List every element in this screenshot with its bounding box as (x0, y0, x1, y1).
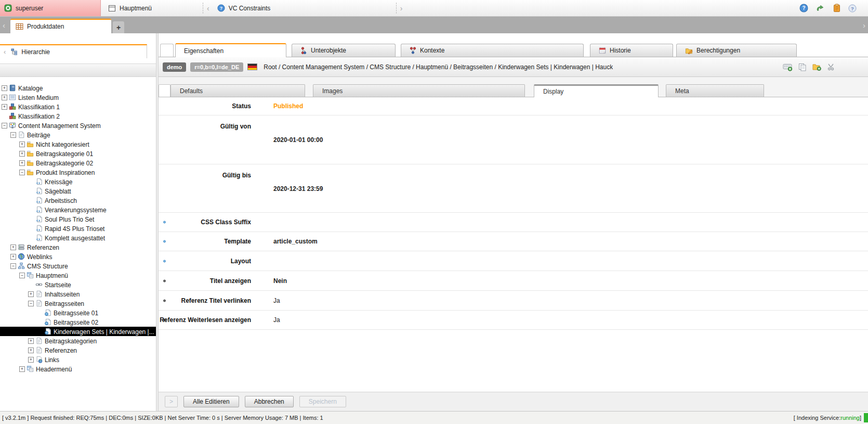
button-speichern: Speichern (299, 396, 346, 407)
tree-item-rapid-4s-plus-trioset[interactable]: Rapid 4S Plus Trioset (0, 224, 156, 233)
reload-icon[interactable] (816, 4, 825, 12)
button-expand-toolbar: > (165, 396, 178, 407)
tree-item-kataloge[interactable]: +Kataloge (0, 83, 156, 93)
tree-item-nicht-kategoriesiert[interactable]: +Nicht kategoriesiert (0, 139, 156, 149)
svg-text:?: ? (851, 5, 854, 11)
help-panel-title: ? VC Constraints (213, 0, 396, 16)
tree-expander-minus-icon[interactable]: − (19, 170, 25, 175)
tree-item-beitragskategorie-01[interactable]: +Beitragskategorie 01 (0, 149, 156, 158)
tab-hierarchie[interactable]: ‹ Hierarchie (0, 44, 147, 58)
tree-expander-plus-icon[interactable]: + (19, 366, 25, 372)
add-folder-icon[interactable] (812, 63, 821, 71)
tree-expander-plus-icon[interactable]: + (28, 338, 34, 344)
field-value[interactable]: 2020-12-31 23:59 (273, 185, 323, 192)
tree-item-produkt-inspirationen[interactable]: −Produkt Inspirationen (0, 168, 156, 177)
tree-item-cms-structure[interactable]: −CMS Structure (0, 261, 156, 271)
tree-expander-plus-icon[interactable]: + (10, 245, 16, 250)
tree-item-referenzen[interactable]: +Referenzen (0, 242, 156, 252)
tab-berechtigungen[interactable]: Berechtigungen (676, 44, 797, 57)
field-value[interactable]: 2020-01-01 00:00 (273, 136, 323, 144)
tree-expander-plus-icon[interactable]: + (19, 160, 25, 166)
tree-expander-plus-icon[interactable]: + (2, 95, 7, 100)
tree-item-klassifikation-1[interactable]: +Klassifikation 1 (0, 102, 156, 111)
main-menu-tab[interactable]: Hauptmenü (101, 0, 203, 16)
tree-expander-minus-icon[interactable]: − (10, 132, 16, 138)
tree-item-kinderwagen-sets-kinderwagen[interactable]: Kinderwagen Sets | Kinderwagen |... (0, 327, 156, 336)
tree-item-listen-medium[interactable]: +Listen Medium (0, 93, 156, 102)
panel-scroll-left-icon[interactable]: ‹ (203, 0, 213, 16)
copy-icon[interactable] (798, 63, 807, 71)
tree-expander-plus-icon[interactable]: + (19, 142, 25, 147)
top-menu-bar: superuser Hauptmenü ‹ ? VC Constraints ›… (0, 0, 868, 17)
tree-item-beitragskategorien[interactable]: +Beitragskategorien (0, 336, 156, 345)
tree-expander-minus-icon[interactable]: − (2, 123, 7, 129)
tree-item-arbeitstisch[interactable]: Arbeitstisch (0, 196, 156, 205)
tab-produktdaten[interactable]: Produktdaten (10, 19, 111, 33)
add-shortcut-icon[interactable] (783, 63, 793, 71)
tree-item-verankerungssysteme[interactable]: Verankerungssysteme (0, 205, 156, 214)
button-abbrechen[interactable]: Abbrechen (245, 396, 294, 407)
tree-item-inhaltsseiten[interactable]: +Inhaltsseiten (0, 289, 156, 299)
grid-table-icon (16, 23, 23, 30)
help-icon[interactable]: ? (799, 4, 808, 12)
tree-item-beitragsseite-02[interactable]: Beitragsseite 02 (0, 317, 156, 327)
tree-item-label: Beitragsseiten (45, 300, 84, 307)
about-icon[interactable]: ? (848, 4, 857, 12)
tree-expander-plus-icon[interactable]: + (2, 85, 7, 91)
tree-item-weblinks[interactable]: +Weblinks (0, 252, 156, 261)
tree-item-kreissäge[interactable]: Kreissäge (0, 177, 156, 186)
tree-item-soul-plus-trio-set[interactable]: Soul Plus Trio Set (0, 214, 156, 224)
tree-item-links[interactable]: +Links (0, 355, 156, 364)
tree-expander-minus-icon[interactable]: − (19, 273, 25, 278)
field-value[interactable]: Ja (273, 316, 280, 324)
tree-item-startseite[interactable]: Startseite (0, 280, 156, 289)
tab-kontexte[interactable]: Kontexte (401, 44, 584, 57)
subtab-images[interactable]: Images (313, 84, 525, 97)
subtab-defaults[interactable]: Defaults (170, 84, 305, 97)
user-menu-tab[interactable]: superuser (0, 0, 101, 16)
tree-item-sägeblatt[interactable]: Sägeblatt (0, 186, 156, 196)
tree-expander-minus-icon[interactable]: − (28, 301, 34, 306)
field-value[interactable]: Ja (273, 297, 280, 304)
pageglobe-icon (35, 356, 43, 363)
panel-scroll-right-icon[interactable]: › (397, 0, 406, 16)
tree-item-beitragsseiten[interactable]: −Beitragsseiten (0, 299, 156, 308)
field-value[interactable]: article_custom (273, 238, 318, 245)
tree-expander-plus-icon[interactable]: + (2, 104, 7, 110)
tabbar-scroll-right-icon[interactable]: › (860, 21, 868, 30)
tree-item-label: Klassifikation 2 (18, 112, 60, 120)
tree-item-referenzen[interactable]: +Referenzen (0, 345, 156, 355)
tree-item-beitragskategorie-02[interactable]: +Beitragskategorie 02 (0, 158, 156, 168)
tab-unterobjekte[interactable]: Unterobjekte (292, 44, 396, 57)
tree-item-beiträge[interactable]: −Beiträge (0, 130, 156, 139)
tree-expander-plus-icon[interactable]: + (28, 291, 34, 297)
tree-item-komplett-ausgestattet[interactable]: Komplett ausgestattet (0, 233, 156, 242)
clipboard-icon[interactable] (833, 4, 841, 12)
tree-item-content-management-system[interactable]: −Content Management System (0, 121, 156, 130)
field-value[interactable]: Nein (273, 277, 287, 285)
form-row-referenz-titel-verlinken: Referenz Titel verlinkenJa (159, 291, 868, 311)
tree-expander-plus-icon[interactable]: + (19, 151, 25, 157)
add-tab-button[interactable]: + (113, 21, 124, 33)
tree-item-hauptmenü[interactable]: −Hauptmenü (0, 271, 156, 280)
svg-text:?: ? (219, 6, 222, 11)
article2-icon (44, 328, 51, 335)
subtab-display[interactable]: Display (534, 84, 659, 97)
article2-icon (44, 309, 51, 316)
field-value[interactable]: Published (273, 102, 303, 110)
indexing-activity-indicator (864, 413, 868, 422)
tabbar-scroll-left-icon[interactable]: ‹ (0, 21, 8, 30)
tab-historie[interactable]: 17Historie (590, 44, 673, 57)
tree-expander-plus-icon[interactable]: + (28, 348, 34, 353)
tree-item-beitragsseite-01[interactable]: Beitragsseite 01 (0, 308, 156, 317)
tree-expander-plus-icon[interactable]: + (28, 357, 34, 363)
collapse-left-panel-icon[interactable]: ‹ (2, 48, 7, 56)
tree-expander-plus-icon[interactable]: + (10, 254, 16, 260)
tab-eigenschaften[interactable]: Eigenschaften (175, 43, 286, 57)
tree-item-klassifikation-2[interactable]: Klassifikation 2 (0, 111, 156, 121)
button-alle-editieren[interactable]: Alle Editieren (183, 396, 239, 407)
tree-expander-minus-icon[interactable]: − (10, 263, 16, 269)
tree-item-headermenü[interactable]: +Headermenü (0, 364, 156, 374)
tree-item-label: Referenzen (45, 346, 77, 354)
subtab-meta[interactable]: Meta (666, 84, 764, 97)
